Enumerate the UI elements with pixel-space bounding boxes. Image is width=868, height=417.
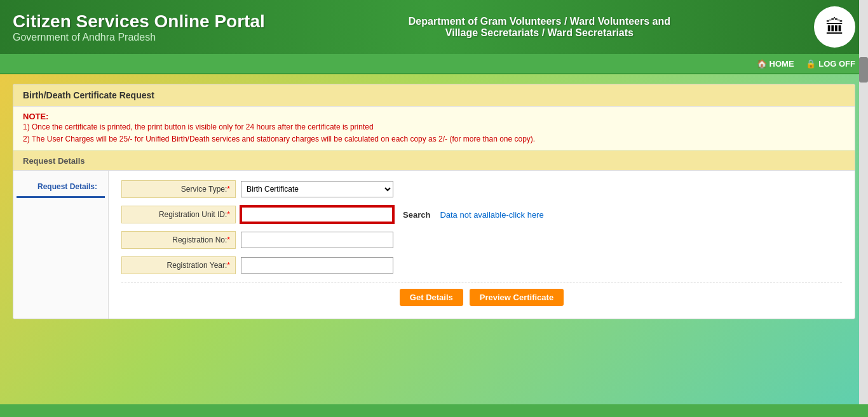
content-area: Request Details: Service Type:* Birth Ce… bbox=[13, 171, 855, 319]
note-line1: 1) Once the certificate is printed, the … bbox=[23, 121, 845, 133]
home-link[interactable]: 🏠HOME bbox=[757, 59, 797, 69]
reg-unit-id-required: * bbox=[227, 210, 230, 219]
header-department: Department of Gram Volunteers / Ward Vol… bbox=[265, 16, 814, 39]
service-type-label-cell: Service Type:* bbox=[121, 180, 236, 198]
request-details-label: Request Details bbox=[23, 156, 85, 166]
govt-logo: 🏛 bbox=[814, 6, 855, 48]
reg-unit-id-control bbox=[241, 206, 393, 223]
preview-certificate-button[interactable]: Preview Certificate bbox=[470, 289, 564, 306]
lock-icon: 🔒 bbox=[806, 59, 816, 69]
service-type-control: Birth Certificate Death Certificate bbox=[241, 181, 393, 197]
reg-no-row: Registration No:* bbox=[121, 231, 842, 249]
reg-year-control bbox=[241, 257, 393, 274]
home-icon: 🏠 bbox=[757, 59, 767, 69]
service-type-required: * bbox=[227, 185, 230, 194]
reg-year-required: * bbox=[227, 261, 230, 270]
service-type-row: Service Type:* Birth Certificate Death C… bbox=[121, 180, 842, 198]
reg-year-row: Registration Year:* bbox=[121, 256, 842, 274]
reg-year-label-cell: Registration Year:* bbox=[121, 256, 236, 274]
right-form: Service Type:* Birth Certificate Death C… bbox=[109, 171, 855, 319]
footer-bar bbox=[0, 404, 868, 417]
service-type-label: Service Type: bbox=[181, 185, 227, 194]
reg-no-control bbox=[241, 232, 393, 248]
form-container: Birth/Death Certificate Request NOTE: 1)… bbox=[13, 84, 855, 319]
form-title: Birth/Death Certificate Request bbox=[23, 90, 154, 100]
header-left: Citizen Services Online Portal Governmen… bbox=[13, 11, 265, 43]
request-details-header: Request Details bbox=[13, 151, 855, 171]
note-line2: 2) The User Charges will be 25/- for Uni… bbox=[23, 133, 845, 145]
data-not-available-link[interactable]: Data not available-click here bbox=[440, 210, 543, 220]
portal-subtitle: Government of Andhra Pradesh bbox=[13, 32, 265, 43]
top-navbar: 🏠HOME 🔒LOG OFF bbox=[0, 54, 868, 74]
reg-unit-id-row: Registration Unit ID:* Search Data not a… bbox=[121, 206, 842, 223]
reg-unit-id-label: Registration Unit ID: bbox=[159, 210, 227, 219]
logo-icon: 🏛 bbox=[825, 17, 844, 38]
search-link[interactable]: Search bbox=[403, 210, 430, 220]
page-header: Citizen Services Online Portal Governmen… bbox=[0, 0, 868, 54]
scrollbar-thumb[interactable] bbox=[859, 57, 868, 83]
scrollbar-track bbox=[859, 0, 868, 417]
reg-no-label-cell: Registration No:* bbox=[121, 231, 236, 249]
department-line2: Village Secretariats / Ward Secretariats bbox=[290, 27, 789, 39]
reg-no-input[interactable] bbox=[241, 232, 393, 248]
note-label: NOTE: bbox=[23, 112, 845, 121]
main-content: Birth/Death Certificate Request NOTE: 1)… bbox=[0, 74, 868, 329]
logoff-link[interactable]: 🔒LOG OFF bbox=[806, 59, 855, 69]
reg-unit-id-label-cell: Registration Unit ID:* bbox=[121, 206, 236, 223]
form-header: Birth/Death Certificate Request bbox=[13, 84, 855, 107]
tab-request-details[interactable]: Request Details: bbox=[17, 177, 105, 198]
department-line1: Department of Gram Volunteers / Ward Vol… bbox=[290, 16, 789, 27]
get-details-button[interactable]: Get Details bbox=[400, 289, 463, 306]
tab-label: Request Details: bbox=[37, 182, 97, 191]
reg-year-label: Registration Year: bbox=[167, 261, 227, 270]
left-tab: Request Details: bbox=[13, 171, 109, 319]
reg-unit-id-input[interactable] bbox=[241, 206, 393, 223]
button-row: Get Details Preview Certificate bbox=[121, 282, 842, 309]
reg-year-input[interactable] bbox=[241, 257, 393, 274]
reg-no-required: * bbox=[227, 235, 230, 244]
note-section: NOTE: 1) Once the certificate is printed… bbox=[13, 107, 855, 151]
reg-no-label: Registration No: bbox=[172, 235, 227, 244]
service-type-select[interactable]: Birth Certificate Death Certificate bbox=[241, 181, 393, 197]
portal-title: Citizen Services Online Portal bbox=[13, 11, 265, 32]
